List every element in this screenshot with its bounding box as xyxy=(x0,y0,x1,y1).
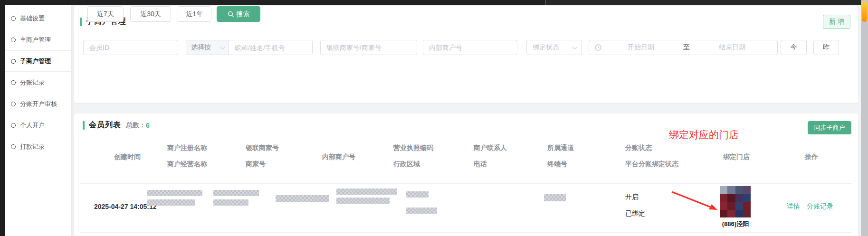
circle-icon xyxy=(11,59,16,64)
range-separator: 至 xyxy=(680,43,693,52)
nickname-input[interactable] xyxy=(229,40,312,55)
chevron-down-icon xyxy=(220,44,225,49)
internal-merchant-input[interactable] xyxy=(423,40,517,55)
bind-status-dropdown[interactable]: 绑定状态 xyxy=(526,40,582,55)
yesterday-button[interactable]: 昨 xyxy=(813,40,839,55)
circle-icon xyxy=(11,80,16,85)
red-annotation-text: 绑定对应的门店 xyxy=(669,128,739,142)
clock-icon xyxy=(595,44,601,51)
scrollbar-thumb[interactable] xyxy=(862,1,867,22)
sidebar-item-basic-settings[interactable]: 基础设置 xyxy=(5,8,71,29)
range-7d-button[interactable]: 近7天 xyxy=(87,6,124,22)
col-header-merchant-no: 商家号 xyxy=(246,160,266,168)
blurred-register-name xyxy=(147,190,202,196)
blurred-internal-no xyxy=(276,195,329,202)
add-button[interactable]: 新 增 xyxy=(823,15,850,29)
title-accent-bar xyxy=(80,18,82,26)
select-by-label: 选择按 xyxy=(191,43,211,52)
select-by-dropdown[interactable]: 选择按 xyxy=(186,40,229,55)
col-header-terminal: 终端号 xyxy=(547,160,567,168)
today-button[interactable]: 今 xyxy=(781,40,807,55)
col-header-unionpay-no: 银联商家号 xyxy=(246,144,279,151)
col-header-store: 绑定门店 xyxy=(723,153,750,160)
col-header-channel: 所属通道 xyxy=(547,144,574,151)
split-records-link[interactable]: 分账记录 xyxy=(807,202,833,211)
col-header-license-no: 营业执照编码 xyxy=(393,144,433,151)
circle-icon xyxy=(11,144,16,149)
sidebar-item-main-merchant[interactable]: 主商户管理 xyxy=(5,29,71,50)
unionpay-field-wrap xyxy=(320,40,417,55)
col-header-split-status: 分账状态 xyxy=(625,144,652,151)
sidebar-item-label: 分账记录 xyxy=(20,78,45,87)
sidebar-item-sub-merchant[interactable]: 子商户管理 xyxy=(5,50,71,72)
row-divider xyxy=(80,232,851,233)
red-arrow-annotation xyxy=(670,189,719,212)
bind-status-label: 绑定状态 xyxy=(533,43,559,52)
search-button[interactable]: 搜索 xyxy=(217,6,260,22)
col-header-phone: 电话 xyxy=(474,160,487,168)
sidebar-item-split-records[interactable]: 分账记录 xyxy=(5,72,71,93)
sidebar-item-label: 分账开户审核 xyxy=(20,100,57,108)
member-list-card: 会员列表 总数： 6 同步子商户 绑定对应的门店 创建时间 商户注册名称 商户经… xyxy=(74,113,858,236)
sidebar-item-label: 个人开户 xyxy=(20,121,45,130)
col-header-platform-bind: 平台分账绑定状态 xyxy=(625,160,678,168)
col-header-internal-no: 内部商户号 xyxy=(322,153,355,160)
circle-icon xyxy=(11,38,16,42)
blurred-terminal xyxy=(544,194,566,201)
col-header-region: 行政区域 xyxy=(393,160,420,168)
circle-icon xyxy=(11,16,16,21)
member-id-input[interactable] xyxy=(83,40,178,55)
blurred-unionpay-no xyxy=(213,190,259,196)
unionpay-merchant-input[interactable] xyxy=(320,40,417,55)
store-caption: (886)泾阳 xyxy=(714,220,757,228)
sidebar-item-split-account-audit[interactable]: 分账开户审核 xyxy=(5,93,71,114)
blurred-license-no xyxy=(336,189,397,195)
blurred-phone xyxy=(406,208,437,214)
col-header-contact: 商户联系人 xyxy=(474,144,507,151)
sidebar-item-payout-records[interactable]: 打款记录 xyxy=(5,136,71,157)
topbar xyxy=(0,0,861,5)
internal-merchant-field-wrap xyxy=(423,40,517,55)
range-1y-button[interactable]: 近1年 xyxy=(178,6,211,22)
list-title: 会员列表 xyxy=(89,120,121,130)
start-date-placeholder[interactable]: 开始日期 xyxy=(601,43,680,52)
col-header-register-name: 商户注册名称 xyxy=(167,144,207,151)
sidebar-item-label: 子商户管理 xyxy=(20,57,51,66)
header-divider xyxy=(80,183,851,184)
blurred-business-name xyxy=(147,199,195,206)
circle-icon xyxy=(11,123,16,128)
blurred-region xyxy=(336,198,390,204)
circle-icon xyxy=(11,102,16,106)
range-30d-button[interactable]: 近30天 xyxy=(130,6,171,22)
end-date-placeholder[interactable]: 结束日期 xyxy=(693,43,772,52)
total-label: 总数： xyxy=(126,121,146,130)
app-window: 基础设置 主商户管理 子商户管理 分账记录 分账开户审核 个人开户 打款记录 xyxy=(0,0,868,236)
search-by-combo: 选择按 xyxy=(186,40,313,55)
date-range-picker[interactable]: 开始日期 至 结束日期 xyxy=(589,40,778,55)
col-header-created: 创建时间 xyxy=(94,153,161,160)
cell-platform-bind-status: 已绑定 xyxy=(625,209,645,218)
col-header-business-name: 商户经营名称 xyxy=(167,160,207,168)
total-count: 6 xyxy=(146,122,150,129)
store-thumbnail-image[interactable] xyxy=(720,186,751,217)
topbar-right-segment xyxy=(545,0,861,5)
blurred-contact xyxy=(406,191,429,198)
search-icon xyxy=(228,11,234,18)
detail-link[interactable]: 详情 xyxy=(787,202,800,211)
sidebar-item-personal-account[interactable]: 个人开户 xyxy=(5,114,71,136)
member-id-field-wrap xyxy=(83,40,178,55)
sidebar-item-label: 基础设置 xyxy=(20,14,45,23)
list-card-title: 会员列表 总数： 6 xyxy=(83,120,150,130)
chevron-down-icon xyxy=(572,44,577,49)
cell-split-status: 开启 xyxy=(625,193,639,201)
col-header-actions: 操作 xyxy=(805,153,818,160)
filter-card: 子商户管理 新 增 选择按 绑定状态 开 xyxy=(74,6,858,103)
left-edge-strip xyxy=(0,0,5,236)
search-button-label: 搜索 xyxy=(237,10,250,19)
sidebar-item-label: 打款记录 xyxy=(20,142,45,151)
sidebar-item-label: 主商户管理 xyxy=(20,36,51,44)
sync-sub-merchant-button[interactable]: 同步子商户 xyxy=(808,121,851,134)
title-accent-bar xyxy=(83,121,85,130)
scrollbar-track[interactable] xyxy=(861,0,868,236)
sidebar: 基础设置 主商户管理 子商户管理 分账记录 分账开户审核 个人开户 打款记录 xyxy=(5,5,71,236)
